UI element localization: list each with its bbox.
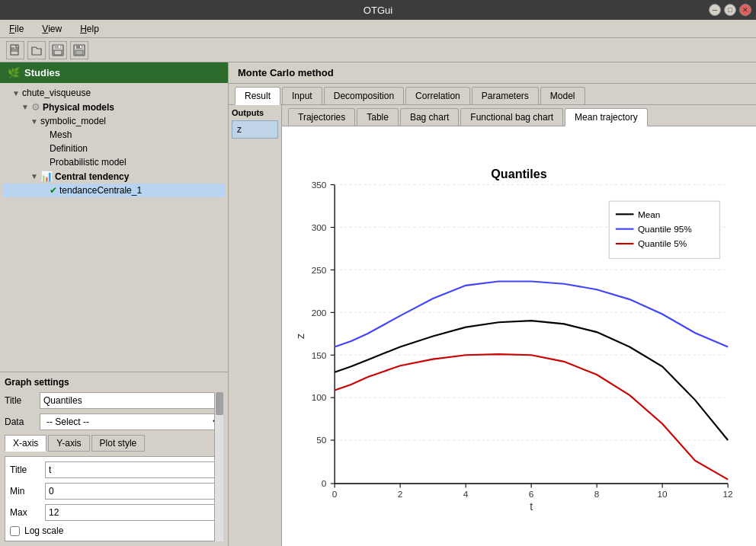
pm-icon: ⚙	[31, 101, 40, 113]
svg-text:50: 50	[316, 435, 327, 445]
svg-text:0: 0	[332, 489, 338, 500]
title-input[interactable]	[40, 392, 223, 409]
toolbar	[0, 38, 756, 62]
svg-text:2: 2	[398, 489, 403, 500]
tree-item-label: Definition	[50, 143, 88, 154]
legend-q95-label: Quantile 95%	[638, 224, 692, 235]
xaxis-max-row: Max	[10, 504, 218, 521]
mean-line	[335, 321, 728, 440]
tree-item-label: chute_visqueuse	[22, 88, 91, 98]
tree-item-label: symbolic_model	[40, 116, 106, 126]
panel-title: Monte Carlo method	[229, 62, 756, 84]
expand-icon: ▼	[30, 117, 38, 126]
toolbar-save-as-button[interactable]	[49, 41, 67, 59]
tab-xaxis[interactable]: X-axis	[5, 435, 46, 452]
legend-q5-label: Quantile 5%	[638, 238, 687, 249]
tab-plot-style[interactable]: Plot style	[91, 435, 146, 452]
expand-icon: ▼	[12, 89, 20, 97]
menu-file[interactable]: File	[6, 22, 27, 36]
svg-text:4: 4	[463, 489, 469, 500]
quantile95-line	[335, 281, 728, 346]
tree-item-physical-models[interactable]: ▼ ⚙ Physical models	[3, 100, 225, 114]
tree-item-symbolic-model[interactable]: ▼ symbolic_model	[3, 114, 225, 128]
close-button[interactable]: ✕	[739, 4, 751, 16]
content-area: Outputs z Trajectories Table Bag chart F…	[229, 105, 756, 546]
tree-item-label: Probabilistic model	[50, 157, 127, 168]
xaxis-max-label: Max	[10, 507, 40, 518]
menu-view[interactable]: View	[39, 22, 65, 36]
toolbar-new-button[interactable]	[6, 41, 24, 59]
toolbar-open-button[interactable]	[27, 41, 46, 59]
expand-icon: ▼	[30, 172, 38, 180]
sub-tab-bar: Trajectories Table Bag chart Functional …	[282, 105, 756, 126]
tab-input[interactable]: Input	[282, 87, 322, 104]
data-label: Data	[5, 417, 35, 427]
tree-item-label: Mesh	[50, 129, 72, 140]
result-sidebar: Outputs z	[229, 105, 282, 546]
result-output-z[interactable]: z	[232, 120, 278, 139]
log-scale-row: Log scale	[10, 525, 218, 536]
tree-item-mesh[interactable]: Mesh	[3, 128, 225, 142]
tree-item-label: tendanceCentrale_1	[59, 185, 142, 196]
xaxis-min-input[interactable]	[45, 483, 218, 500]
title-label: Title	[5, 395, 35, 406]
svg-rect-10	[80, 46, 82, 48]
tree-item-central-tendency[interactable]: ▼ 📊 Central tendency	[3, 169, 225, 184]
xaxis-title-input[interactable]	[45, 461, 218, 478]
tree-container: ▼ chute_visqueuse ▼ ⚙ Physical models ▼ …	[0, 83, 228, 372]
sub-tab-table[interactable]: Table	[357, 108, 399, 126]
data-select[interactable]: -- Select -- Mean Quantile 95% Quantile …	[40, 413, 223, 430]
maximize-button[interactable]: □	[724, 4, 736, 16]
toolbar-save-button[interactable]	[70, 41, 88, 59]
x-axis-label: t	[530, 500, 533, 512]
tab-model[interactable]: Model	[540, 87, 585, 104]
tree-header-label: Studies	[24, 67, 60, 78]
xaxis-min-label: Min	[10, 486, 40, 497]
outputs-label: Outputs	[232, 108, 278, 117]
titlebar: OTGui ─ □ ✕	[0, 0, 756, 20]
sub-tab-trajectories[interactable]: Trajectories	[288, 108, 355, 126]
tree-header-icon: 🌿	[8, 67, 20, 78]
xaxis-max-input[interactable]	[45, 504, 218, 521]
svg-text:12: 12	[723, 489, 733, 500]
svg-text:300: 300	[312, 222, 327, 233]
axis-tabs: X-axis Y-axis Plot style	[5, 435, 223, 452]
sub-tab-functional-bag-chart[interactable]: Functional bag chart	[460, 108, 563, 126]
svg-text:350: 350	[312, 180, 327, 190]
graph-settings-title: Graph settings	[5, 377, 223, 388]
tree-item-label: Central tendency	[55, 171, 129, 182]
xaxis-title-label: Title	[10, 465, 40, 475]
sub-tab-bag-chart[interactable]: Bag chart	[400, 108, 459, 126]
scrollbar-track[interactable]	[214, 392, 223, 541]
xaxis-title-row: Title	[10, 461, 218, 478]
chart-area: Quantiles 350 300 250	[282, 126, 756, 546]
svg-text:100: 100	[312, 392, 327, 403]
log-scale-label: Log scale	[24, 525, 63, 536]
main-layout: 🌿 Studies ▼ chute_visqueuse ▼ ⚙ Physical…	[0, 62, 756, 546]
tab-correlation[interactable]: Correlation	[405, 87, 470, 104]
tab-decomposition[interactable]: Decomposition	[324, 87, 404, 104]
window-controls: ─ □ ✕	[709, 4, 751, 16]
log-scale-checkbox[interactable]	[10, 526, 20, 536]
menubar: File View Help	[0, 20, 756, 38]
svg-rect-11	[75, 50, 83, 55]
tab-yaxis[interactable]: Y-axis	[48, 435, 89, 452]
tree-item-label: Physical models	[43, 102, 114, 113]
settings-title-row: Title	[5, 392, 223, 409]
tree-header: 🌿 Studies	[0, 62, 228, 83]
expand-icon: ▼	[21, 103, 29, 111]
minimize-button[interactable]: ─	[709, 4, 721, 16]
sub-tab-mean-trajectory[interactable]: Mean trajectory	[565, 108, 648, 126]
tree-item-definition[interactable]: Definition	[3, 142, 225, 155]
xaxis-min-row: Min	[10, 483, 218, 500]
menu-help[interactable]: Help	[77, 22, 102, 36]
svg-text:0: 0	[322, 478, 327, 489]
app-title: OTGui	[364, 5, 392, 16]
tab-parameters[interactable]: Parameters	[472, 87, 539, 104]
tree-item-tendance-centrale[interactable]: ✔ tendanceCentrale_1	[3, 184, 225, 197]
scrollbar-thumb[interactable]	[216, 392, 223, 415]
tree-item-probabilistic-model[interactable]: Probabilistic model	[3, 155, 225, 169]
tree-item-chute[interactable]: ▼ chute_visqueuse	[3, 86, 225, 100]
svg-text:250: 250	[312, 265, 327, 276]
tab-result[interactable]: Result	[235, 87, 280, 105]
